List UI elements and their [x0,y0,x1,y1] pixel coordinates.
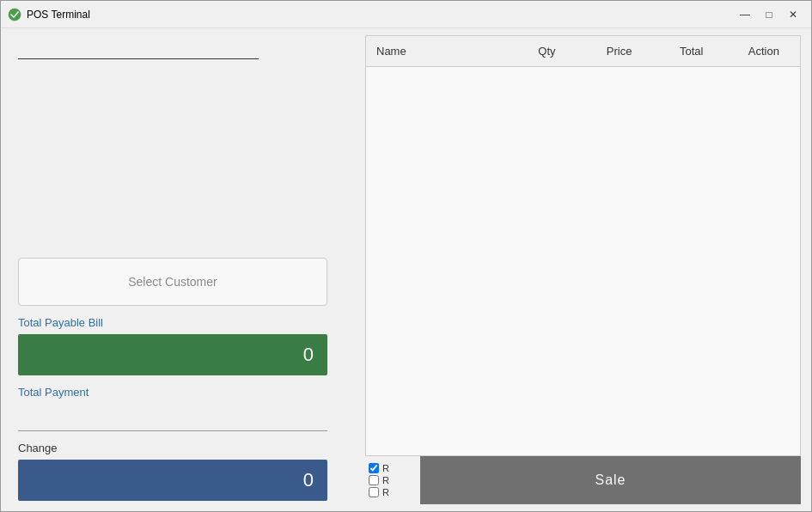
col-name: Name [366,43,510,59]
change-bar: 0 [18,460,327,501]
right-panel: Name Qty Price Total Action R [362,28,811,511]
checkbox-row-1: R [369,463,420,473]
change-label: Change [18,442,345,454]
items-table: Name Qty Price Total Action [365,35,801,456]
window-content: Select Customer Total Payable Bill 0 Tot… [1,28,811,511]
product-list-area [18,66,345,251]
checkbox-label-3: R [382,487,389,497]
minimize-button[interactable]: — [734,6,756,23]
col-action: Action [728,43,800,59]
title-bar: POS Terminal — □ ✕ [1,1,811,28]
left-panel: Select Customer Total Payable Bill 0 Tot… [1,28,362,511]
main-window: POS Terminal — □ ✕ Select Customer Total… [0,0,812,512]
change-value: 0 [303,469,314,491]
total-payable-value: 0 [303,344,314,366]
window-controls: — □ ✕ [734,6,804,23]
maximize-button[interactable]: □ [758,6,780,23]
col-total: Total [656,43,728,59]
total-payable-label: Total Payable Bill [18,316,345,329]
checkbox-2[interactable] [369,475,379,485]
col-price: Price [583,43,655,59]
checkbox-label-1: R [382,463,389,473]
close-button[interactable]: ✕ [782,6,804,23]
sale-button[interactable]: Sale [420,456,801,504]
checkbox-label-2: R [382,475,389,485]
search-input[interactable] [18,39,259,59]
checkboxes-area: R R R [365,463,420,497]
checkbox-1[interactable] [369,463,379,473]
table-header: Name Qty Price Total Action [366,36,800,67]
app-icon [8,8,21,21]
total-payment-label: Total Payment [18,386,345,399]
total-payable-bar: 0 [18,334,327,375]
select-customer-button[interactable]: Select Customer [18,258,327,306]
bottom-row: R R R Sale [365,456,801,504]
checkbox-3[interactable] [369,487,379,497]
col-qty: Qty [510,43,583,59]
checkbox-row-2: R [369,475,420,485]
table-body [366,67,800,455]
payment-input-area [18,404,327,431]
svg-point-0 [9,9,21,21]
window-title: POS Terminal [27,9,734,21]
checkbox-row-3: R [369,487,420,497]
